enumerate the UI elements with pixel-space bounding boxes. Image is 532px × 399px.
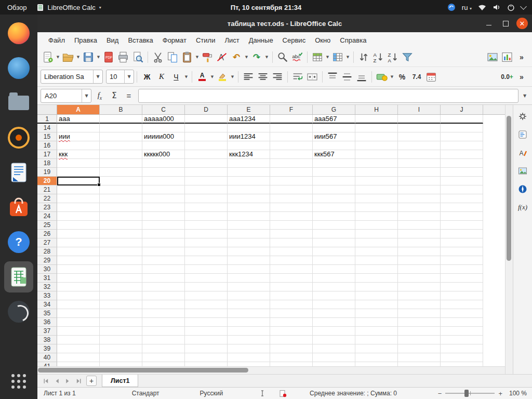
currency-format-dropdown[interactable]: ▼ bbox=[389, 75, 395, 79]
sheet-tab-лист1[interactable]: Лист1 bbox=[102, 375, 138, 387]
cell-E31[interactable] bbox=[228, 274, 270, 283]
cell-A15[interactable]: иии bbox=[57, 132, 100, 141]
find-and-replace-button[interactable] bbox=[275, 50, 290, 64]
cell-D34[interactable] bbox=[185, 300, 228, 309]
cell-G30[interactable] bbox=[313, 265, 355, 274]
row-header-32[interactable]: 32 bbox=[37, 283, 57, 291]
cell-J39[interactable] bbox=[441, 344, 483, 353]
row-header-29[interactable]: 29 bbox=[37, 256, 57, 265]
menubar-item-правка[interactable]: Правка bbox=[70, 32, 102, 48]
cell-E35[interactable] bbox=[228, 309, 270, 318]
menubar-item-стили[interactable]: Стили bbox=[191, 32, 220, 48]
cell-I35[interactable] bbox=[398, 309, 441, 318]
insert-image-button[interactable] bbox=[485, 50, 500, 64]
cell-I30[interactable] bbox=[398, 265, 441, 274]
cell-B30[interactable] bbox=[100, 265, 142, 274]
cell-B24[interactable] bbox=[100, 212, 142, 221]
row-header-36[interactable]: 36 bbox=[37, 318, 57, 327]
row-header-25[interactable]: 25 bbox=[37, 221, 57, 230]
show-applications-button[interactable] bbox=[4, 366, 33, 397]
titlebar[interactable]: таблица тест.ods - LibreOffice Calc ✕ bbox=[37, 15, 532, 32]
row-header-38[interactable]: 38 bbox=[37, 336, 57, 344]
cell-H40[interactable] bbox=[355, 353, 398, 362]
cell-A22[interactable] bbox=[57, 194, 100, 203]
cell-F21[interactable] bbox=[270, 185, 313, 194]
underline-button[interactable]: Ч bbox=[169, 70, 183, 84]
insert-column-button[interactable] bbox=[330, 50, 345, 64]
chevron-down-icon[interactable] bbox=[520, 3, 527, 10]
cell-I20[interactable] bbox=[398, 177, 441, 185]
previous-sheet-button[interactable] bbox=[54, 378, 60, 384]
cell-C14[interactable] bbox=[142, 124, 185, 132]
spreadsheet-grid[interactable]: ABCDEFGHIJ1аааааааа000ааа1234ааа5671415и… bbox=[37, 105, 505, 366]
cell-C37[interactable] bbox=[142, 327, 185, 336]
cell-B34[interactable] bbox=[100, 300, 142, 309]
cell-A14[interactable] bbox=[57, 124, 100, 132]
row-header-20[interactable]: 20 bbox=[37, 177, 57, 185]
cell-C26[interactable] bbox=[142, 230, 185, 238]
cell-G14[interactable] bbox=[313, 124, 355, 132]
cell-H30[interactable] bbox=[355, 265, 398, 274]
menubar-item-справка[interactable]: Справка bbox=[335, 32, 371, 48]
cell-F1[interactable] bbox=[270, 115, 313, 124]
cell-B41[interactable] bbox=[100, 362, 142, 366]
cell-F37[interactable] bbox=[270, 327, 313, 336]
function-wizard-button[interactable]: fx bbox=[94, 89, 106, 102]
cell-H36[interactable] bbox=[355, 318, 398, 327]
cell-I36[interactable] bbox=[398, 318, 441, 327]
row-header-1[interactable]: 1 bbox=[37, 115, 57, 124]
cell-D39[interactable] bbox=[185, 344, 228, 353]
cell-D21[interactable] bbox=[185, 185, 228, 194]
cell-G41[interactable] bbox=[313, 362, 355, 366]
cell-G24[interactable] bbox=[313, 212, 355, 221]
redo-button[interactable]: ↷ bbox=[249, 50, 264, 64]
menubar-item-сервис[interactable]: Сервис bbox=[278, 32, 311, 48]
italic-button[interactable]: К bbox=[154, 70, 169, 84]
undo-button[interactable]: ↶ bbox=[229, 50, 244, 64]
cell-J19[interactable] bbox=[441, 168, 483, 177]
cell-A19[interactable] bbox=[57, 168, 100, 177]
cell-E22[interactable] bbox=[228, 194, 270, 203]
insert-chart-button[interactable] bbox=[500, 50, 514, 64]
dock-item-thunderbird[interactable] bbox=[4, 52, 33, 84]
cell-H1[interactable] bbox=[355, 115, 398, 124]
cell-G17[interactable]: ккк567 bbox=[313, 150, 355, 159]
open-dropdown[interactable]: ▼ bbox=[75, 55, 81, 59]
cell-J35[interactable] bbox=[441, 309, 483, 318]
cell-C23[interactable] bbox=[142, 203, 185, 212]
cell-H19[interactable] bbox=[355, 168, 398, 177]
select-all-button[interactable] bbox=[37, 105, 57, 114]
cell-H28[interactable] bbox=[355, 247, 398, 256]
menubar-item-данные[interactable]: Данные bbox=[244, 32, 278, 48]
cell-H33[interactable] bbox=[355, 291, 398, 300]
cell-F38[interactable] bbox=[270, 336, 313, 344]
cell-F29[interactable] bbox=[270, 256, 313, 265]
cell-E29[interactable] bbox=[228, 256, 270, 265]
cell-C22[interactable] bbox=[142, 194, 185, 203]
dock-item-help[interactable]: ? bbox=[4, 227, 33, 258]
cell-B36[interactable] bbox=[100, 318, 142, 327]
cell-G34[interactable] bbox=[313, 300, 355, 309]
cell-G29[interactable] bbox=[313, 256, 355, 265]
cell-F16[interactable] bbox=[270, 141, 313, 150]
sidebar-properties-button[interactable] bbox=[515, 127, 530, 142]
cell-G33[interactable] bbox=[313, 291, 355, 300]
new-document-dropdown[interactable]: ▼ bbox=[55, 55, 61, 59]
cell-F30[interactable] bbox=[270, 265, 313, 274]
cell-C34[interactable] bbox=[142, 300, 185, 309]
cell-E28[interactable] bbox=[228, 247, 270, 256]
cell-H34[interactable] bbox=[355, 300, 398, 309]
cell-F26[interactable] bbox=[270, 230, 313, 238]
cell-G20[interactable] bbox=[313, 177, 355, 185]
row-header-15[interactable]: 15 bbox=[37, 132, 57, 141]
bold-button[interactable]: Ж bbox=[140, 70, 154, 84]
cell-A29[interactable] bbox=[57, 256, 100, 265]
number-format-standard-button[interactable]: 7.4 bbox=[409, 70, 424, 84]
cell-E36[interactable] bbox=[228, 318, 270, 327]
cell-E18[interactable] bbox=[228, 159, 270, 168]
cell-G16[interactable] bbox=[313, 141, 355, 150]
cell-J28[interactable] bbox=[441, 247, 483, 256]
cell-C35[interactable] bbox=[142, 309, 185, 318]
dock-item-ubuntu-software[interactable] bbox=[4, 192, 33, 223]
cell-F19[interactable] bbox=[270, 168, 313, 177]
